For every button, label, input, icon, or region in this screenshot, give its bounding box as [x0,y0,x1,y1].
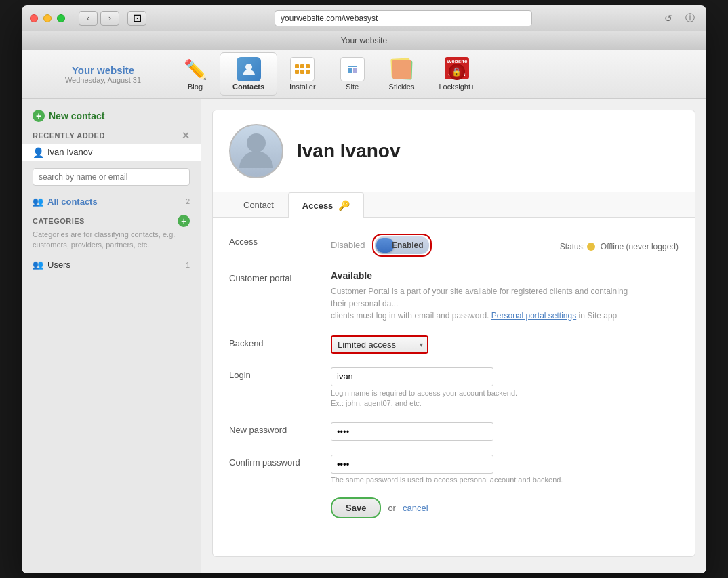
window-view-button[interactable]: ⊡ [127,11,146,26]
tab-contact-label: Contact [243,200,274,210]
disabled-label: Disabled [331,240,365,250]
categories-title: CATEGORIES [33,217,85,225]
nav-stickies[interactable]: Stickies [377,53,427,95]
contact-name-heading: Ivan Ivanov [297,140,401,162]
contact-avatar-icon: 👤 [33,147,43,158]
users-row[interactable]: 👥 Users 1 [22,255,201,274]
password-hint: The same password is used to access pers… [331,476,679,484]
confirm-password-value: The same password is used to access pers… [331,455,679,484]
status-dot [587,243,595,251]
login-input[interactable] [331,367,493,386]
tab-contact[interactable]: Contact [229,192,288,218]
contacts-label: Contacts [232,83,264,91]
new-contact-label: New contact [49,110,104,121]
stickies-label: Stickies [389,83,415,91]
new-password-label: New password [229,422,317,435]
save-actions: Save or cancel [331,497,679,518]
locksight-icon: Website isclosed 🔒 [445,57,469,81]
site-date: Wednesday, August 31 [35,76,171,84]
status-detail: (never logged) [626,242,679,251]
toggle-container: Disabled Enabled Status: [331,234,679,257]
login-value: Login name is required to access your ac… [331,367,679,409]
available-text: Available [331,270,679,281]
stickies-icon [390,57,414,81]
status-area: Status: Offline (never logged) [560,239,679,251]
personal-portal-settings-link[interactable]: Personal portal settings [491,311,576,321]
blog-icon: ✏️ [183,57,207,81]
site-brand: Your website Wednesday, August 31 [35,64,171,84]
site-bar: Your website [22,31,706,50]
tab-access-label: Access [302,201,333,211]
users-left: 👥 Users [33,260,70,270]
backend-select[interactable]: No access Limited access Full access [332,337,427,352]
main-layout: + New contact RECENTLY ADDED ✕ 👤 Ivan Iv… [22,99,706,573]
all-contacts-label: All contacts [47,197,98,207]
locksight-label: Locksight+ [439,83,475,91]
people-icon: 👥 [33,197,43,207]
info-button[interactable]: ⓘ [682,10,698,26]
minimize-button[interactable] [43,14,52,22]
nav-site[interactable]: Site [328,53,377,95]
key-icon: 🔑 [338,200,350,211]
reload-button[interactable]: ↺ [660,10,676,26]
maximize-button[interactable] [57,14,65,22]
main-content: Ivan Ivanov Contact Access 🔑 [201,99,706,573]
url-text: yourwebsite.com/webasyst [281,14,378,23]
save-button[interactable]: Save [331,497,381,518]
backend-label: Backend [229,335,317,348]
all-contacts-left: 👥 All contacts [33,197,98,207]
svg-point-0 [245,64,252,70]
cancel-link[interactable]: cancel [403,503,428,513]
access-field-value: Disabled Enabled Status: [331,234,679,257]
categories-description: Categories are for classifying contacts,… [22,228,201,256]
nav-locksight[interactable]: Website isclosed 🔒 Locksight+ [427,53,487,95]
toggle-wrapper: Enabled [372,234,432,257]
confirm-password-input[interactable] [331,455,493,474]
site-name: Your website [35,64,171,76]
access-toggle[interactable]: Enabled [375,236,429,254]
portal-desc3: in Site app [579,311,618,321]
add-category-button[interactable]: + [178,215,190,227]
backend-row: Backend No access Limited access Full ac… [229,335,679,354]
sidebar: + New contact RECENTLY ADDED ✕ 👤 Ivan Iv… [22,99,201,573]
site-label: Site [346,83,359,91]
search-input[interactable] [33,168,190,186]
new-contact-button[interactable]: + New contact [22,107,201,125]
nav-contacts[interactable]: Contacts [220,52,277,96]
browser-icons: ↺ ⓘ [660,10,698,26]
back-button[interactable]: ‹ [79,11,98,26]
customer-portal-row: Customer portal Available Customer Porta… [229,270,679,322]
installer-icon [290,57,315,81]
status-text: Offline [601,242,624,251]
nav-installer[interactable]: Installer [277,53,328,95]
clear-recent-button[interactable]: ✕ [182,130,190,141]
contact-avatar-large [229,124,283,178]
address-bar[interactable]: yourwebsite.com/webasyst [275,10,532,26]
tab-access[interactable]: Access 🔑 [288,192,364,218]
all-contacts-row[interactable]: 👥 All contacts 2 [22,192,201,211]
access-field-label: Access [229,234,317,247]
app-nav: Your website Wednesday, August 31 ✏️ Blo… [22,50,706,99]
categories-header: CATEGORIES + [22,211,201,228]
new-password-row: New password [229,422,679,441]
or-text: or [388,503,396,513]
login-label: Login [229,367,317,380]
close-button[interactable] [30,14,38,22]
contact-list-item[interactable]: 👤 Ivan Ivanov [22,144,201,161]
address-bar-container: yourwebsite.com/webasyst [152,10,655,26]
access-row: Access Disabled Enabled [229,234,679,257]
search-box [33,168,190,186]
portal-desc1: Customer Portal is a part of your site a… [331,287,628,308]
login-row: Login Login name is required to access y… [229,367,679,409]
portal-hint: Customer Portal is a part of your site a… [331,285,643,322]
login-hint2: Ex.: john, agent07, and etc. [331,399,422,407]
site-icon [340,57,365,81]
contact-header: Ivan Ivanov [213,110,695,192]
backend-select-wrapper: No access Limited access Full access ▾ [331,335,428,354]
forward-button[interactable]: › [100,11,119,26]
new-password-input[interactable] [331,422,493,441]
recently-added-label: RECENTLY ADDED [33,131,105,140]
customer-portal-value: Available Customer Portal is a part of y… [331,270,679,322]
nav-blog[interactable]: ✏️ Blog [171,53,220,95]
title-bar: ‹ › ⊡ yourwebsite.com/webasyst ↺ ⓘ [22,5,706,31]
